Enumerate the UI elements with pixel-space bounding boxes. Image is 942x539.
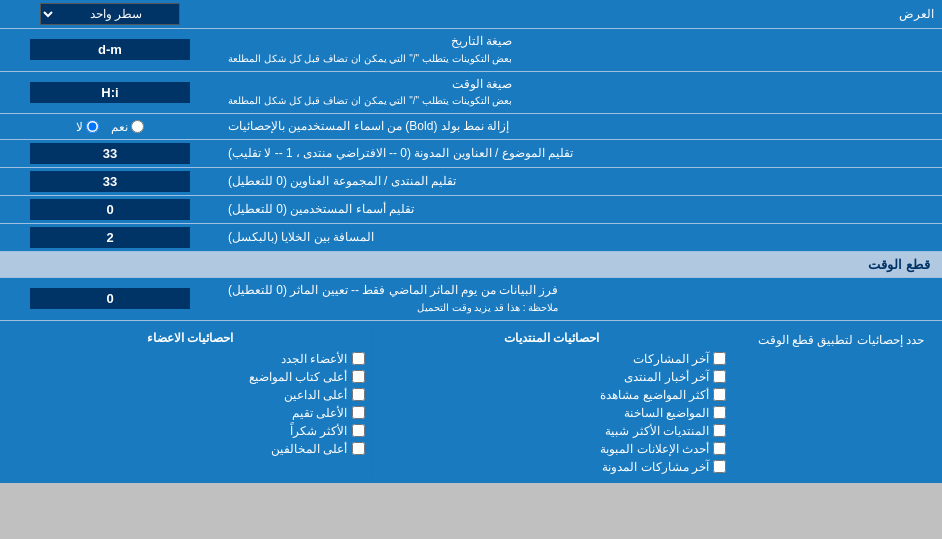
username-trim-label: تقليم أسماء المستخدمين (0 للتعطيل) <box>220 196 942 223</box>
username-trim-input[interactable]: 0 <box>30 199 190 220</box>
cutoff-days-row: فرز البيانات من يوم الماثر الماضي فقط --… <box>0 278 942 321</box>
topic-title-row: تقليم الموضوع / العناوين المدونة (0 -- ا… <box>0 140 942 168</box>
forum-title-input-wrap: 33 <box>0 168 220 195</box>
header-row: العرض سطر واحد سطرين ثلاثة أسطر <box>0 0 942 29</box>
checkbox-item-10: أعلى الداعين <box>16 387 365 403</box>
cb-top-inviters[interactable] <box>352 388 365 401</box>
cb-top-rated[interactable] <box>352 406 365 419</box>
cb-top-writers[interactable] <box>352 370 365 383</box>
header-select-wrap: سطر واحد سطرين ثلاثة أسطر <box>0 0 220 28</box>
cb-last-posts[interactable] <box>713 352 726 365</box>
cell-spacing-row: المسافة بين الخلايا (بالبكسل) 2 <box>0 224 942 252</box>
checkbox-item-12: الأكثر شكراً <box>16 423 365 439</box>
cb-last-blog[interactable] <box>713 460 726 473</box>
cell-spacing-input[interactable]: 2 <box>30 227 190 248</box>
bold-stats-radio-wrap: نعم لا <box>0 117 220 137</box>
checkbox-item-2: آخر أخبار المنتدى <box>378 369 727 385</box>
cutoff-stats-label: حدد إحصائيات لتطبيق قطع الوقت <box>732 327 932 349</box>
member-stats-col: احصائيات الاعضاء الأعضاء الجدد أعلى كتاب… <box>10 327 371 477</box>
bold-yes-radio[interactable] <box>131 120 144 133</box>
topic-title-input[interactable]: 33 <box>30 143 190 164</box>
date-format-input[interactable]: d-m <box>30 39 190 60</box>
checkbox-item-1: آخر المشاركات <box>378 351 727 367</box>
date-format-label: صيغة التاريخبعض التكوينات يتطلب "/" التي… <box>220 29 942 71</box>
cb-most-similar[interactable] <box>713 424 726 437</box>
cb-last-news-label: آخر أخبار المنتدى <box>624 370 709 384</box>
time-format-input[interactable]: H:i <box>30 82 190 103</box>
checkbox-item-3: أكثر المواضيع مشاهدة <box>378 387 727 403</box>
time-format-label: صيغة الوقتبعض التكوينات يتطلب "/" التي ي… <box>220 72 942 114</box>
cb-most-thanks[interactable] <box>352 424 365 437</box>
checkbox-item-6: أحدث الإعلانات المبوبة <box>378 441 727 457</box>
cb-most-viewed[interactable] <box>713 388 726 401</box>
cb-last-news[interactable] <box>713 370 726 383</box>
cb-new-members-label: الأعضاء الجدد <box>281 352 347 366</box>
cb-top-inviters-label: أعلى الداعين <box>284 388 347 402</box>
bottom-area: حدد إحصائيات لتطبيق قطع الوقت احصائيات ا… <box>0 321 942 483</box>
cb-top-violators[interactable] <box>352 442 365 455</box>
display-mode-select[interactable]: سطر واحد سطرين ثلاثة أسطر <box>40 3 180 25</box>
bold-stats-label: إزالة نمط بولد (Bold) من اسماء المستخدمي… <box>220 114 942 139</box>
forum-title-row: تقليم المنتدى / المجموعة العناوين (0 للت… <box>0 168 942 196</box>
cb-most-thanks-label: الأكثر شكراً <box>290 424 347 438</box>
forum-stats-col: احصائيات المنتديات آخر المشاركات آخر أخب… <box>372 327 733 477</box>
forum-stats-col-header: احصائيات المنتديات <box>378 329 727 349</box>
main-container: العرض سطر واحد سطرين ثلاثة أسطر صيغة الت… <box>0 0 942 483</box>
bold-yes-label[interactable]: نعم <box>111 120 144 134</box>
col-divider <box>371 327 372 477</box>
cell-spacing-input-wrap: 2 <box>0 224 220 251</box>
time-format-row: صيغة الوقتبعض التكوينات يتطلب "/" التي ي… <box>0 72 942 115</box>
date-format-input-wrap: d-m <box>0 29 220 71</box>
time-format-input-wrap: H:i <box>0 72 220 114</box>
cb-new-members[interactable] <box>352 352 365 365</box>
cb-hot-topics[interactable] <box>713 406 726 419</box>
cutoff-section-header: قطع الوقت <box>0 252 942 278</box>
forum-title-label: تقليم المنتدى / المجموعة العناوين (0 للت… <box>220 168 942 195</box>
checkbox-item-13: أعلى المخالفين <box>16 441 365 457</box>
cb-top-writers-label: أعلى كتاب المواضيع <box>249 370 348 384</box>
cb-last-blog-label: آخر مشاركات المدونة <box>602 460 709 474</box>
cell-spacing-label: المسافة بين الخلايا (بالبكسل) <box>220 224 942 251</box>
cutoff-days-input-wrap: 0 <box>0 278 220 320</box>
checkbox-item-5: المنتديات الأكثر شبية <box>378 423 727 439</box>
checkboxes-container: احصائيات المنتديات آخر المشاركات آخر أخب… <box>10 327 732 477</box>
bold-no-radio[interactable] <box>86 120 99 133</box>
checkbox-item-8: الأعضاء الجدد <box>16 351 365 367</box>
cb-latest-classified[interactable] <box>713 442 726 455</box>
cb-latest-classified-label: أحدث الإعلانات المبوبة <box>600 442 709 456</box>
checkbox-item-7: آخر مشاركات المدونة <box>378 459 727 475</box>
username-trim-row: تقليم أسماء المستخدمين (0 للتعطيل) 0 <box>0 196 942 224</box>
checkbox-item-9: أعلى كتاب المواضيع <box>16 369 365 385</box>
cb-top-rated-label: الأعلى تقيم <box>292 406 347 420</box>
cutoff-days-label: فرز البيانات من يوم الماثر الماضي فقط --… <box>220 278 942 320</box>
member-stats-col-header: احصائيات الاعضاء <box>16 329 365 349</box>
cb-top-violators-label: أعلى المخالفين <box>271 442 347 456</box>
cb-last-posts-label: آخر المشاركات <box>633 352 709 366</box>
cb-most-similar-label: المنتديات الأكثر شبية <box>605 424 709 438</box>
bold-no-label[interactable]: لا <box>76 120 99 134</box>
forum-title-input[interactable]: 33 <box>30 171 190 192</box>
checkbox-item-11: الأعلى تقيم <box>16 405 365 421</box>
topic-title-label: تقليم الموضوع / العناوين المدونة (0 -- ا… <box>220 140 942 167</box>
bold-stats-row: إزالة نمط بولد (Bold) من اسماء المستخدمي… <box>0 114 942 140</box>
checkbox-item-4: المواضيع الساخنة <box>378 405 727 421</box>
header-label: العرض <box>220 3 942 25</box>
cb-most-viewed-label: أكثر المواضيع مشاهدة <box>600 388 709 402</box>
topic-title-input-wrap: 33 <box>0 140 220 167</box>
username-trim-input-wrap: 0 <box>0 196 220 223</box>
cb-hot-topics-label: المواضيع الساخنة <box>624 406 709 420</box>
date-format-row: صيغة التاريخبعض التكوينات يتطلب "/" التي… <box>0 29 942 72</box>
cutoff-days-input[interactable]: 0 <box>30 288 190 309</box>
